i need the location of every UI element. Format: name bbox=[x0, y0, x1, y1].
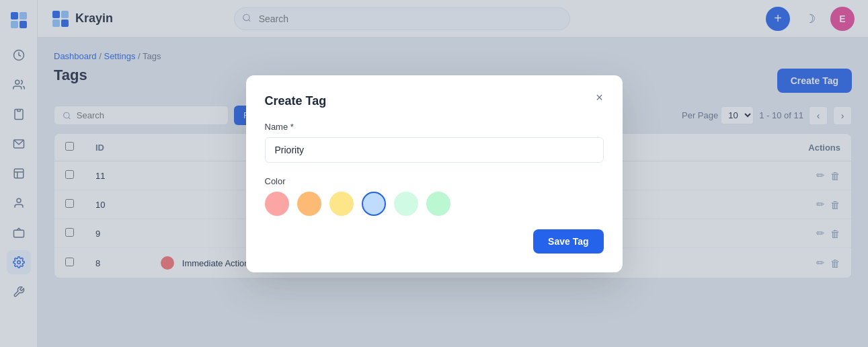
color-swatch-peach[interactable] bbox=[297, 192, 321, 216]
color-label: Color bbox=[265, 176, 604, 186]
color-swatch-lightblue[interactable] bbox=[362, 192, 386, 216]
color-swatch-yellow[interactable] bbox=[329, 192, 354, 216]
color-swatch-lightgreen1[interactable] bbox=[394, 192, 418, 216]
name-form-group: Name * bbox=[265, 122, 604, 163]
color-form-group: Color bbox=[265, 176, 604, 216]
color-picker bbox=[265, 192, 604, 216]
color-swatch-lightgreen2[interactable] bbox=[426, 192, 450, 216]
name-label: Name * bbox=[265, 122, 604, 132]
modal-overlay[interactable]: Create Tag × Name * Color Save Tag bbox=[0, 0, 868, 347]
modal-title: Create Tag bbox=[265, 94, 604, 108]
name-input[interactable] bbox=[265, 137, 604, 163]
create-tag-modal: Create Tag × Name * Color Save Tag bbox=[246, 75, 623, 272]
save-tag-button[interactable]: Save Tag bbox=[533, 229, 603, 254]
modal-footer: Save Tag bbox=[265, 229, 604, 254]
modal-close-button[interactable]: × bbox=[590, 89, 609, 108]
color-swatch-red[interactable] bbox=[265, 192, 289, 216]
